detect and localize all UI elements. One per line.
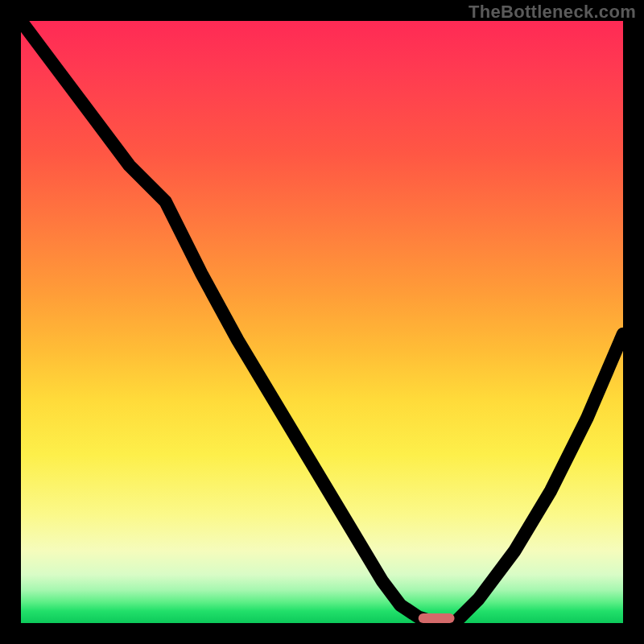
plot-area [21,21,623,623]
watermark-text: TheBottleneck.com [469,2,636,23]
bottleneck-curve [21,21,623,623]
optimal-range-marker [419,613,455,623]
curve-layer [21,21,623,623]
chart-container: TheBottleneck.com [0,0,644,644]
